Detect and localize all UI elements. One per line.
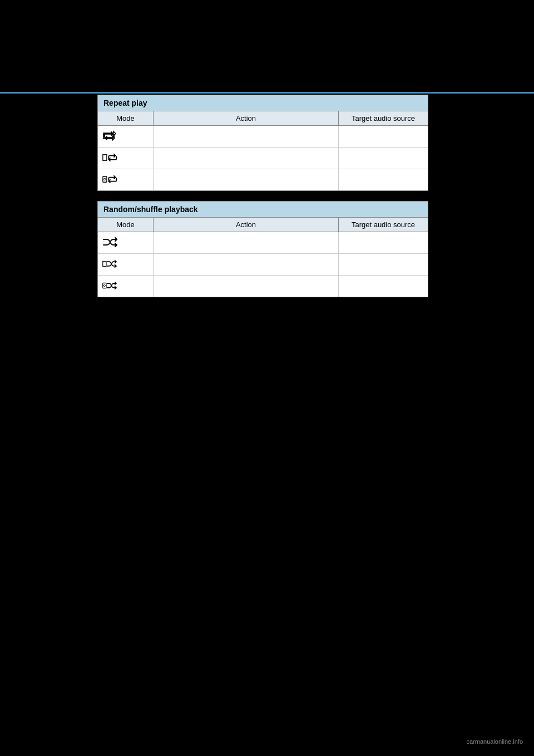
shuffle-col-action-header: Action (154, 218, 339, 232)
repeat-play-section: Repeat play Mode Action Target audio sou… (97, 95, 428, 191)
repeat-play-header: Repeat play (98, 95, 428, 111)
shuffle-col-target-header: Target audio source (339, 218, 428, 232)
repeat-row-3 (98, 169, 428, 190)
shuffle-header: Random/shuffle playback (98, 202, 428, 218)
shuffle-row-2 (98, 254, 428, 276)
shuffle-action-3 (154, 276, 339, 297)
repeat-col-target-header: Target audio source (339, 111, 428, 125)
repeat-action-3 (154, 169, 339, 190)
svg-point-5 (103, 284, 105, 286)
shuffle-mode-1 (98, 232, 154, 253)
repeat-mode-3 (98, 169, 154, 190)
repeat-target-3 (339, 169, 428, 190)
page: Repeat play Mode Action Target audio sou… (0, 0, 534, 756)
watermark: carmanualonline.info (466, 738, 523, 745)
shuffle-all-icon (102, 236, 118, 250)
shuffle-folder-icon (102, 258, 118, 272)
svg-point-2 (104, 178, 106, 180)
repeat-action-2 (154, 148, 339, 169)
shuffle-disc-icon (102, 279, 118, 293)
repeat-play-title: Repeat play (103, 99, 147, 107)
shuffle-row-1 (98, 232, 428, 254)
repeat-row-1 (98, 126, 428, 148)
repeat-row-2 (98, 148, 428, 169)
divider-line (0, 92, 534, 94)
shuffle-action-2 (154, 254, 339, 275)
repeat-mode-2 (98, 148, 154, 169)
svg-rect-1 (103, 176, 107, 182)
repeat-col-action-header: Action (154, 111, 339, 125)
repeat-disc-icon (102, 173, 118, 187)
shuffle-title: Random/shuffle playback (103, 205, 198, 214)
repeat-col-mode-header: Mode (98, 111, 154, 125)
repeat-target-2 (339, 148, 428, 169)
repeat-target-1 (339, 126, 428, 147)
repeat-action-1 (154, 126, 339, 147)
svg-rect-4 (103, 283, 106, 288)
shuffle-table-header: Mode Action Target audio source (98, 218, 428, 232)
repeat-all-icon (102, 130, 118, 144)
shuffle-mode-2 (98, 254, 154, 275)
repeat-table-header: Mode Action Target audio source (98, 111, 428, 126)
shuffle-row-3 (98, 276, 428, 297)
svg-rect-0 (103, 154, 107, 160)
shuffle-action-1 (154, 232, 339, 253)
content-area: Repeat play Mode Action Target audio sou… (97, 95, 428, 297)
repeat-folder-icon (102, 151, 118, 165)
svg-rect-3 (103, 261, 106, 266)
repeat-mode-1 (98, 126, 154, 147)
shuffle-col-mode-header: Mode (98, 218, 154, 232)
shuffle-target-2 (339, 254, 428, 275)
shuffle-target-1 (339, 232, 428, 253)
shuffle-section: Random/shuffle playback Mode Action Targ… (97, 201, 428, 297)
shuffle-mode-3 (98, 276, 154, 297)
shuffle-target-3 (339, 276, 428, 297)
